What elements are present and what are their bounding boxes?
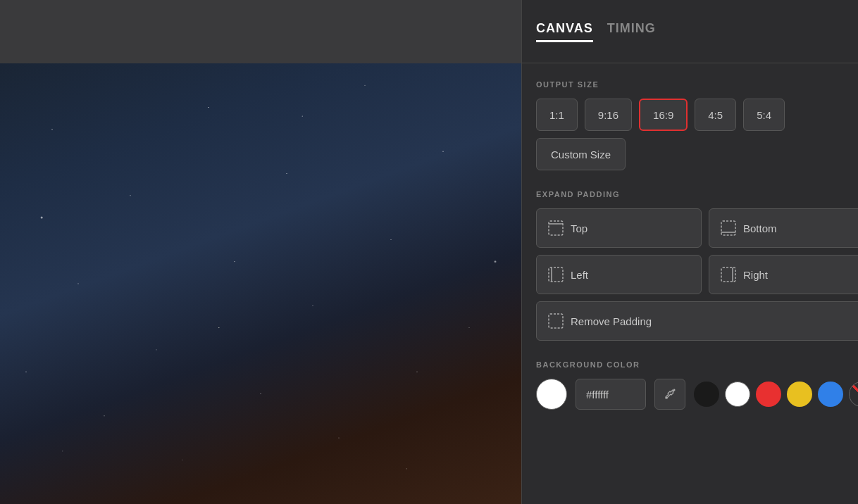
svg-rect-0 [549, 221, 563, 235]
custom-size-button[interactable]: Custom Size [536, 138, 626, 170]
svg-rect-2 [721, 221, 735, 235]
canvas-header [0, 0, 521, 63]
swatch-none[interactable] [849, 382, 858, 407]
swatch-white[interactable] [725, 382, 750, 407]
remove-padding-button[interactable]: Remove Padding [536, 301, 858, 341]
size-button-row: 1:1 9:16 16:9 4:5 5:4 [536, 99, 858, 131]
left-padding-icon [548, 267, 564, 282]
padding-btn-top[interactable]: Top [536, 208, 702, 248]
color-swatches [694, 382, 858, 407]
white-swatch[interactable] [536, 379, 567, 410]
size-btn-9-16[interactable]: 9:16 [585, 99, 632, 131]
swatch-yellow[interactable] [787, 382, 812, 407]
padding-button-grid: Top Bottom Left [536, 208, 858, 341]
padding-right-label: Right [743, 269, 768, 281]
tab-canvas[interactable]: CANVAS [536, 21, 593, 42]
padding-left-label: Left [571, 269, 588, 281]
svg-rect-6 [721, 267, 735, 282]
panel-content: OUTPUT SIZE 1:1 9:16 16:9 4:5 5:4 Custom… [522, 63, 858, 504]
svg-rect-8 [549, 314, 563, 328]
svg-point-9 [666, 397, 667, 398]
size-btn-4-5[interactable]: 4:5 [695, 99, 736, 131]
hex-input[interactable]: #ffffff [576, 379, 646, 410]
bottom-padding-icon [721, 220, 736, 236]
expand-padding-label: EXPAND PADDING [536, 190, 858, 199]
size-btn-5-4[interactable]: 5:4 [743, 99, 785, 131]
right-panel: CANVAS TIMING OUTPUT SIZE 1:1 9:16 16:9 … [521, 0, 858, 504]
top-padding-icon [548, 220, 564, 236]
tab-timing[interactable]: TIMING [607, 21, 656, 42]
padding-btn-right[interactable]: Right [709, 255, 858, 294]
background-color-label: BACKGROUND COLOR [536, 360, 858, 369]
color-row: #ffffff [536, 379, 858, 410]
output-size-label: OUTPUT SIZE [536, 80, 858, 89]
swatch-black[interactable] [694, 382, 719, 407]
padding-btn-bottom[interactable]: Bottom [709, 208, 858, 248]
remove-padding-icon [548, 313, 564, 329]
size-btn-1-1[interactable]: 1:1 [536, 99, 578, 131]
output-size-section: OUTPUT SIZE 1:1 9:16 16:9 4:5 5:4 Custom… [536, 80, 858, 170]
size-btn-16-9[interactable]: 16:9 [639, 99, 688, 131]
svg-rect-4 [549, 267, 563, 282]
swatch-red[interactable] [756, 382, 781, 407]
remove-padding-label: Remove Padding [571, 315, 652, 327]
eyedropper-icon [664, 388, 676, 401]
swatch-blue[interactable] [818, 382, 843, 407]
canvas-area [0, 0, 521, 504]
padding-btn-left[interactable]: Left [536, 255, 702, 294]
eyedropper-button[interactable] [654, 379, 685, 410]
padding-bottom-label: Bottom [743, 222, 777, 234]
right-padding-icon [721, 267, 736, 282]
tab-bar: CANVAS TIMING [522, 0, 858, 63]
canvas-preview [0, 63, 521, 504]
background-color-section: BACKGROUND COLOR #ffffff [536, 360, 858, 410]
padding-top-label: Top [571, 222, 587, 234]
expand-padding-section: EXPAND PADDING Top Bottom [536, 190, 858, 341]
